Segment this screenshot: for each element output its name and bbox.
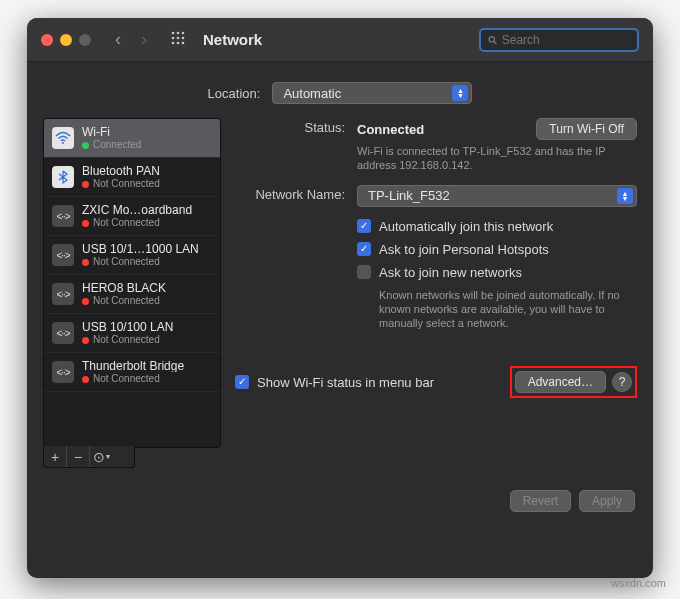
location-popup[interactable]: Automatic ▲▼	[272, 82, 472, 104]
back-button[interactable]: ‹	[109, 29, 127, 50]
traffic-lights	[41, 34, 91, 46]
advanced-button[interactable]: Advanced…	[515, 371, 606, 393]
interface-name: ZXIC Mo…oardband	[82, 204, 192, 216]
show-menubar-checkbox[interactable]	[235, 375, 249, 389]
ask-new-description: Known networks will be joined automatica…	[379, 288, 629, 331]
sidebar-item-zxic-mo-oardband[interactable]: <··>ZXIC Mo…oardbandNot Connected	[44, 197, 220, 236]
auto-join-label: Automatically join this network	[379, 219, 553, 234]
ask-hotspots-label: Ask to join Personal Hotspots	[379, 242, 549, 257]
main-panel: Status: Connected Turn Wi-Fi Off Wi-Fi i…	[235, 118, 637, 468]
network-name-popup[interactable]: TP-Link_F532 ▲▼	[357, 185, 637, 207]
interface-name: USB 10/100 LAN	[82, 321, 173, 333]
search-input[interactable]	[502, 33, 631, 47]
watermark: wsxdn.com	[611, 577, 666, 589]
help-button[interactable]: ?	[612, 372, 632, 392]
sidebar: Wi-FiConnectedBluetooth PANNot Connected…	[43, 118, 221, 468]
search-field[interactable]	[479, 28, 639, 52]
add-interface-button[interactable]: +	[44, 446, 67, 467]
bt-icon	[52, 166, 74, 188]
status-dot-icon	[82, 142, 89, 149]
ask-hotspots-row[interactable]: Ask to join Personal Hotspots	[357, 242, 637, 257]
interface-name: Bluetooth PAN	[82, 165, 160, 177]
interface-status: Not Connected	[82, 374, 184, 384]
bottom-buttons: Revert Apply	[27, 480, 653, 526]
actions-menu-button[interactable]: ⊙▾	[90, 446, 113, 467]
search-icon	[487, 34, 498, 46]
interface-status: Not Connected	[82, 179, 160, 189]
forward-button[interactable]: ›	[135, 29, 153, 50]
status-dot-icon	[82, 376, 89, 383]
net-icon: <··>	[52, 205, 74, 227]
interface-status: Not Connected	[82, 218, 192, 228]
sidebar-item-wi-fi[interactable]: Wi-FiConnected	[44, 119, 220, 158]
ask-new-label: Ask to join new networks	[379, 265, 522, 280]
sidebar-item-bluetooth-pan[interactable]: Bluetooth PANNot Connected	[44, 158, 220, 197]
status-dot-icon	[82, 259, 89, 266]
svg-point-4	[177, 37, 180, 40]
sidebar-tools: + − ⊙▾	[43, 446, 135, 468]
svg-point-0	[172, 32, 175, 35]
location-row: Location: Automatic ▲▼	[27, 62, 653, 118]
location-value: Automatic	[283, 86, 341, 101]
status-description: Wi-Fi is connected to TP-Link_F532 and h…	[357, 144, 607, 173]
svg-point-11	[62, 142, 64, 144]
advanced-highlight: Advanced… ?	[510, 366, 637, 398]
interface-status: Not Connected	[82, 335, 173, 345]
zoom-icon[interactable]	[79, 34, 91, 46]
revert-button[interactable]: Revert	[510, 490, 571, 512]
svg-point-2	[182, 32, 185, 35]
svg-point-5	[182, 37, 185, 40]
sidebar-item-usb-10-100-lan[interactable]: <··>USB 10/100 LANNot Connected	[44, 314, 220, 353]
svg-point-6	[172, 42, 175, 45]
interface-status: Not Connected	[82, 257, 199, 267]
close-icon[interactable]	[41, 34, 53, 46]
svg-line-10	[494, 41, 497, 44]
apply-button[interactable]: Apply	[579, 490, 635, 512]
status-dot-icon	[82, 298, 89, 305]
show-all-icon[interactable]	[171, 31, 185, 48]
turn-wifi-off-button[interactable]: Turn Wi-Fi Off	[536, 118, 637, 140]
interface-status: Connected	[82, 140, 141, 150]
network-name-value: TP-Link_F532	[368, 188, 450, 203]
ask-new-checkbox[interactable]	[357, 265, 371, 279]
svg-point-7	[177, 42, 180, 45]
interface-status: Not Connected	[82, 296, 166, 306]
net-icon: <··>	[52, 361, 74, 383]
net-icon: <··>	[52, 322, 74, 344]
interface-name: HERO8 BLACK	[82, 282, 166, 294]
status-dot-icon	[82, 337, 89, 344]
sidebar-item-usb-10-1-1000-lan[interactable]: <··>USB 10/1…1000 LANNot Connected	[44, 236, 220, 275]
sidebar-item-thunderbolt-bridge[interactable]: <··>Thunderbolt BridgeNot Connected	[44, 353, 220, 392]
status-value: Connected	[357, 122, 424, 137]
ask-new-row[interactable]: Ask to join new networks	[357, 265, 637, 280]
status-dot-icon	[82, 220, 89, 227]
preferences-window: ‹ › Network Location: Automatic ▲▼ Wi-Fi…	[27, 18, 653, 578]
auto-join-row[interactable]: Automatically join this network	[357, 219, 637, 234]
auto-join-checkbox[interactable]	[357, 219, 371, 233]
interface-name: Wi-Fi	[82, 126, 141, 138]
window-title: Network	[203, 31, 262, 48]
chevron-updown-icon: ▲▼	[617, 188, 633, 204]
interface-name: USB 10/1…1000 LAN	[82, 243, 199, 255]
net-icon: <··>	[52, 244, 74, 266]
interfaces-list: Wi-FiConnectedBluetooth PANNot Connected…	[43, 118, 221, 448]
show-menubar-label: Show Wi-Fi status in menu bar	[257, 375, 434, 390]
wifi-icon	[52, 127, 74, 149]
ask-hotspots-checkbox[interactable]	[357, 242, 371, 256]
svg-point-1	[177, 32, 180, 35]
status-dot-icon	[82, 181, 89, 188]
chevron-updown-icon: ▲▼	[452, 85, 468, 101]
location-label: Location:	[208, 86, 261, 101]
svg-point-3	[172, 37, 175, 40]
interface-name: Thunderbolt Bridge	[82, 360, 184, 372]
minimize-icon[interactable]	[60, 34, 72, 46]
status-label: Status:	[235, 118, 345, 135]
titlebar: ‹ › Network	[27, 18, 653, 62]
svg-point-9	[489, 36, 494, 41]
sidebar-item-hero8-black[interactable]: <··>HERO8 BLACKNot Connected	[44, 275, 220, 314]
network-name-label: Network Name:	[235, 185, 345, 202]
remove-interface-button[interactable]: −	[67, 446, 90, 467]
svg-point-8	[182, 42, 185, 45]
net-icon: <··>	[52, 283, 74, 305]
